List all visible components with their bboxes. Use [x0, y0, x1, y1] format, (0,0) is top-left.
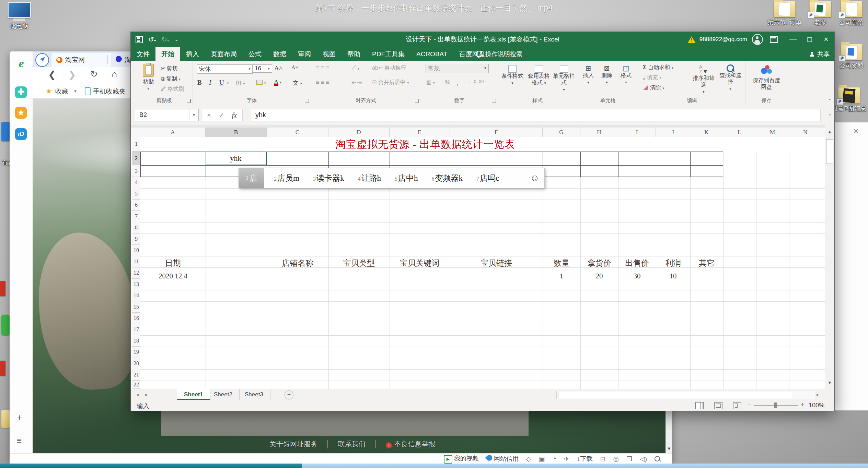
- sidebar-menu-icon[interactable]: ≡: [16, 435, 22, 446]
- column-header-K[interactable]: K: [690, 128, 723, 137]
- row-header-12[interactable]: 12: [132, 267, 141, 279]
- ribbon-tab-6[interactable]: 数据: [267, 47, 292, 61]
- ribbon-tab-10[interactable]: PDF工具集: [366, 47, 410, 61]
- row-header-2[interactable]: 2: [132, 152, 141, 165]
- window-icon[interactable]: ❐: [626, 455, 632, 463]
- desktop-icon-partial[interactable]: [1, 122, 10, 141]
- row-header-1[interactable]: 1: [132, 137, 141, 152]
- row-header-17[interactable]: 17: [132, 324, 141, 335]
- ime-candidate[interactable]: 5店中h: [395, 173, 418, 183]
- confirm-entry-icon[interactable]: ✓: [219, 111, 224, 119]
- download-item[interactable]: ↓下载: [577, 455, 593, 463]
- vertical-align-icons[interactable]: ≡≡≡: [316, 64, 331, 72]
- ime-candidate[interactable]: 6变频器k: [431, 173, 463, 183]
- autosum-button[interactable]: Σ 自动求和 ▾: [643, 64, 673, 71]
- name-box[interactable]: B2 ▼: [135, 109, 199, 121]
- ribbon-tab-11[interactable]: ACROBAT: [410, 47, 453, 61]
- row-header-19[interactable]: 19: [132, 347, 141, 358]
- scroll-thumb[interactable]: [826, 139, 833, 164]
- row-header-6[interactable]: 6: [132, 200, 141, 211]
- ribbon-tab-1[interactable]: 文件: [131, 47, 155, 61]
- row-header-14[interactable]: 14: [132, 290, 141, 301]
- desktop-icon-partial[interactable]: [0, 281, 5, 296]
- zoom-in-icon[interactable]: +: [801, 401, 805, 409]
- formula-bar-expand-icon[interactable]: ⌄: [825, 111, 834, 117]
- ribbon-display-options-icon[interactable]: [770, 36, 778, 43]
- desktop-icon-laoza[interactable]: ↗ 老杂: [806, 1, 835, 26]
- scroll-right-icon[interactable]: ▸: [817, 389, 819, 400]
- row-header-3[interactable]: 3: [132, 165, 141, 177]
- home-icon[interactable]: ⌂: [112, 69, 117, 80]
- warning-icon[interactable]: [688, 36, 695, 43]
- clear-button[interactable]: ◢ 清除 ▾: [643, 84, 664, 92]
- ribbon-tab-7[interactable]: 审阅: [292, 47, 317, 61]
- zoom-level[interactable]: 100%: [809, 402, 824, 409]
- page-layout-view-icon[interactable]: [714, 402, 722, 409]
- zoom-out-icon[interactable]: −: [748, 401, 751, 409]
- currency-icon[interactable]: ▥ ▾: [426, 79, 435, 85]
- browser-home-logo-icon[interactable]: [35, 53, 49, 67]
- zoom-slider[interactable]: [754, 405, 798, 406]
- insert-function-icon[interactable]: fx: [232, 111, 236, 119]
- zoom-thumb[interactable]: [774, 403, 777, 408]
- wrap-text-button[interactable]: ab↩ 自动换行: [372, 64, 406, 72]
- bookmark-favorites[interactable]: 收藏: [55, 87, 68, 96]
- car-icon[interactable]: ⊟: [600, 455, 605, 463]
- formula-input[interactable]: yhk: [251, 109, 821, 121]
- font-size-combo[interactable]: 16▾: [252, 64, 272, 73]
- row-header-13[interactable]: 13: [132, 279, 141, 290]
- ribbon-tab-3[interactable]: 插入: [180, 47, 205, 61]
- ime-candidate[interactable]: 7店吗c: [476, 173, 499, 183]
- site-credit-item[interactable]: 网站信用: [486, 455, 519, 463]
- ime-candidate-selected[interactable]: 1店: [239, 168, 264, 188]
- speed-icon[interactable]: ◔: [553, 455, 556, 463]
- bookmark-mobile[interactable]: 手机收藏夹: [93, 87, 126, 96]
- font-name-combo[interactable]: 宋体▾: [197, 64, 253, 74]
- cancel-entry-icon[interactable]: ×: [207, 111, 211, 119]
- cell-K2[interactable]: 其它: [690, 256, 723, 270]
- column-header-A[interactable]: A: [140, 128, 206, 137]
- cut-button[interactable]: ✂ 剪切: [161, 65, 178, 72]
- copy-button[interactable]: ⧉ 复制 ▾: [161, 75, 181, 83]
- row-header-4[interactable]: 4: [132, 177, 141, 188]
- column-header-D[interactable]: D: [328, 128, 390, 137]
- ime-candidate[interactable]: 2店员m: [274, 173, 299, 183]
- ribbon-tab-4[interactable]: 页面布局: [205, 47, 243, 61]
- cell-H2[interactable]: 拿货价: [580, 256, 618, 270]
- cell-A3[interactable]: 2020.12.4: [140, 270, 206, 282]
- browser-tab-taobao[interactable]: 淘宝网: [51, 53, 113, 67]
- ribbon-tab-8[interactable]: 视图: [317, 47, 342, 61]
- ime-candidate[interactable]: 4让路h: [358, 173, 381, 183]
- horizontal-scrollbar[interactable]: [556, 391, 815, 399]
- row-header-7[interactable]: 7: [132, 211, 141, 222]
- dialog-launcher-icon[interactable]: [415, 99, 419, 103]
- cell-A2[interactable]: 日期: [140, 256, 206, 270]
- horizontal-align-icons[interactable]: ≡≡≡: [316, 79, 331, 86]
- page-break-view-icon[interactable]: [733, 402, 741, 409]
- excel-vertical-scrollbar[interactable]: ⌃ ⌄ ▲ ▼: [825, 61, 834, 389]
- row-header-11[interactable]: 11: [132, 256, 141, 267]
- paste-button[interactable]: 粘贴▾: [139, 64, 157, 92]
- close-icon[interactable]: ×: [853, 126, 858, 136]
- column-header-H[interactable]: H: [580, 128, 618, 137]
- fill-button[interactable]: ⤓ 填充 ▾: [643, 74, 662, 81]
- row-header-9[interactable]: 9: [132, 233, 141, 245]
- grow-font-icon[interactable]: A˄: [274, 64, 282, 72]
- column-header-G[interactable]: G: [543, 128, 580, 137]
- sheet-nav-right-icon[interactable]: ▸: [145, 389, 148, 400]
- decimal-icons[interactable]: ←.0 .00→: [468, 79, 488, 84]
- sidebar-favorites-icon[interactable]: ★: [15, 107, 27, 119]
- cell-F2[interactable]: 宝贝链接: [450, 256, 543, 270]
- ribbon-tab-9[interactable]: 帮助: [342, 47, 366, 61]
- format-cells-button[interactable]: ◫格式▾: [617, 65, 635, 86]
- sheet-title-cell[interactable]: 淘宝虚拟无货源 - 出单数据统计一览表: [140, 137, 710, 152]
- bold-icon[interactable]: B: [197, 79, 202, 86]
- account-email[interactable]: 9888922@qq.com: [699, 36, 747, 43]
- speaker-icon[interactable]: ◁): [640, 455, 647, 463]
- row-header-15[interactable]: 15: [132, 301, 141, 313]
- cell-I2[interactable]: 出售价: [618, 256, 656, 270]
- save-to-baidu-button[interactable]: 保存到百度网盘: [751, 64, 782, 90]
- ribbon-tab-5[interactable]: 公式: [243, 47, 267, 61]
- percent-icon[interactable]: %: [445, 79, 450, 86]
- sheet-nav-left-icon[interactable]: ◂: [136, 389, 139, 400]
